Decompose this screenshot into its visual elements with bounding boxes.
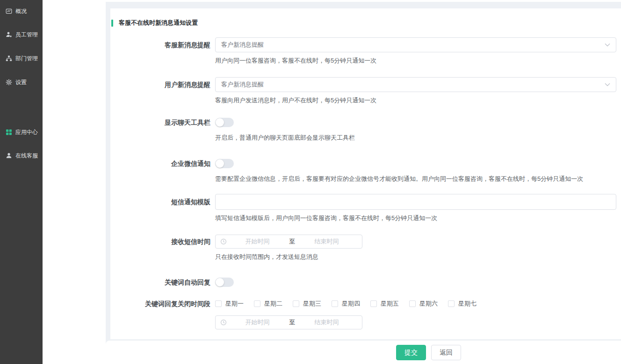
weekday-checkbox-tue[interactable]: 星期二 [254,300,282,308]
field-hint: 客服向用户发送消息时，用户不在线时，每5分钟只通知一次 [215,96,616,105]
weekday-checkbox-thu[interactable]: 星期四 [332,300,360,308]
submit-button[interactable]: 提交 [396,345,426,360]
sidebar-item-overview[interactable]: 概况 [0,6,43,16]
field-label: 关键词自动回复 [110,278,210,287]
chevron-down-icon [605,43,610,47]
app-center-icon [6,129,12,136]
form-row-kefu-new-message: 客服新消息提醒 客户新消息提醒 用户向同一位客服咨询，客服不在线时，每5分钟只通… [110,37,621,65]
clock-icon [220,238,227,245]
field-label: 短信通知模版 [110,194,210,210]
form-row-sms-receive-time: 接收短信时间 开始时间 至 结束时间 只在接收时间范围内，才发送短息消息 [110,235,621,261]
weekday-checkbox-sun[interactable]: 星期七 [448,300,477,308]
sidebar-item-label: 在线客服 [15,152,38,160]
kefu-new-message-select[interactable]: 客户新消息提醒 [215,37,616,52]
wecom-notify-switch[interactable] [215,159,234,168]
checkbox-icon [254,300,260,307]
sidebar-item-label: 员工管理 [15,31,38,39]
department-icon [6,55,12,62]
sms-receive-time-picker[interactable]: 开始时间 至 结束时间 [215,235,362,249]
checkbox-label: 星期三 [303,300,321,308]
checkbox-icon [215,300,222,307]
checkbox-icon [409,300,416,307]
sidebar-item-label: 应用中心 [15,128,38,136]
sidebar: 概况 员工管理 部门管理 设置 应用中心 [0,0,43,364]
field-label: 企业微信通知 [110,159,210,168]
user-new-message-select[interactable]: 客户新消息提醒 [215,77,616,92]
weekday-checkbox-group: 星期一 星期二 星期三 星期四 星期五 星期六 星期七 [215,300,616,307]
start-time-placeholder: 开始时间 [227,237,288,246]
sidebar-item-department[interactable]: 部门管理 [0,53,43,64]
time-range-separator: 至 [288,318,296,327]
field-hint: 开启后，普通用户的聊天页面底部会显示聊天工具栏 [215,133,616,142]
checkbox-icon [293,300,299,307]
field-label: 客服新消息提醒 [110,37,210,52]
staff-icon [6,31,12,38]
secondary-panel [43,0,106,364]
sms-template-input[interactable] [215,194,616,210]
checkbox-icon [448,300,455,307]
checkbox-label: 星期六 [419,300,438,308]
sidebar-item-label: 设置 [15,79,27,86]
field-label: 显示聊天工具栏 [110,118,210,127]
section-accent-bar [111,20,113,27]
checkbox-label: 星期二 [264,300,282,308]
switch-knob [216,159,224,168]
checkbox-label: 星期七 [458,300,477,308]
back-button[interactable]: 返回 [431,345,461,360]
app-root: 概况 员工管理 部门管理 设置 应用中心 [0,0,621,364]
weekday-checkbox-sat[interactable]: 星期六 [409,300,438,308]
weekday-checkbox-mon[interactable]: 星期一 [215,300,244,308]
customer-service-icon [6,152,12,159]
sidebar-item-app-center[interactable]: 应用中心 [0,127,43,137]
start-time-placeholder: 开始时间 [227,318,288,327]
weekday-checkbox-fri[interactable]: 星期五 [370,300,399,308]
clock-icon [220,319,227,326]
field-label: 用户新消息提醒 [110,77,210,92]
chat-toolbar-switch[interactable] [215,118,234,127]
field-hint: 填写短信通知模版后，用户向同一位客服咨询，客服不在线时，每5分钟只通知一次 [215,214,616,222]
overview-icon [6,8,12,14]
form-row-wecom-notify: 企业微信通知 需要配置企业微信信息，开启后，客服要有对应的企业微信号才能收到通知… [110,159,621,183]
end-time-placeholder: 结束时间 [296,237,357,246]
sidebar-item-staff[interactable]: 员工管理 [0,29,43,40]
end-time-placeholder: 结束时间 [296,318,357,327]
select-value: 客户新消息提醒 [221,41,264,49]
sidebar-item-settings[interactable]: 设置 [0,77,43,87]
form-row-sms-template: 短信通知模版 填写短信通知模版后，用户向同一位客服咨询，客服不在线时，每5分钟只… [110,194,621,222]
chevron-down-icon [605,83,610,86]
section-title: 客服不在线时新消息通知设置 [119,19,198,27]
settings-card: 客服不在线时新消息通知设置 客服新消息提醒 客户新消息提醒 用户向同一位客服咨询… [110,8,621,339]
footer-bar: 提交 返回 [106,341,621,364]
section-header: 客服不在线时新消息通知设置 [111,19,621,27]
select-value: 客户新消息提醒 [221,80,264,89]
switch-knob [216,278,224,286]
checkbox-label: 星期五 [381,300,399,308]
form-row-keyword-autoreply: 关键词自动回复 [110,278,621,287]
checkbox-icon [370,300,377,307]
field-label: 关键词回复关闭时间段 [110,300,210,307]
settings-form: 客服新消息提醒 客户新消息提醒 用户向同一位客服咨询，客服不在线时，每5分钟只通… [110,37,621,329]
weekday-checkbox-wed[interactable]: 星期三 [293,300,321,308]
form-row-keyword-close-period: 关键词回复关闭时间段 星期一 星期二 星期三 星期四 星期五 星期六 星期七 [110,300,621,329]
field-hint: 用户向同一位客服咨询，客服不在线时，每5分钟只通知一次 [215,56,616,65]
top-card-edge [106,0,621,2]
form-row-user-new-message: 用户新消息提醒 客户新消息提醒 客服向用户发送消息时，用户不在线时，每5分钟只通… [110,77,621,105]
keyword-autoreply-switch[interactable] [215,278,234,287]
sidebar-item-label: 概况 [15,7,27,15]
main-area: 客服不在线时新消息通知设置 客服新消息提醒 客户新消息提醒 用户向同一位客服咨询… [106,0,621,364]
sidebar-item-label: 部门管理 [15,55,38,63]
field-hint: 只在接收时间范围内，才发送短息消息 [215,252,616,261]
time-range-separator: 至 [288,237,296,246]
switch-knob [216,118,224,127]
keyword-close-time-picker[interactable]: 开始时间 至 结束时间 [215,315,362,329]
field-label: 接收短信时间 [110,235,210,249]
checkbox-icon [332,300,338,307]
form-row-chat-toolbar: 显示聊天工具栏 开启后，普通用户的聊天页面底部会显示聊天工具栏 [110,118,621,142]
sidebar-item-online-service[interactable]: 在线客服 [0,150,43,161]
settings-icon [6,79,12,86]
checkbox-label: 星期一 [225,300,244,308]
checkbox-label: 星期四 [342,300,360,308]
field-hint: 需要配置企业微信信息，开启后，客服要有对应的企业微信号才能收到通知。用户向同一位… [215,174,616,183]
